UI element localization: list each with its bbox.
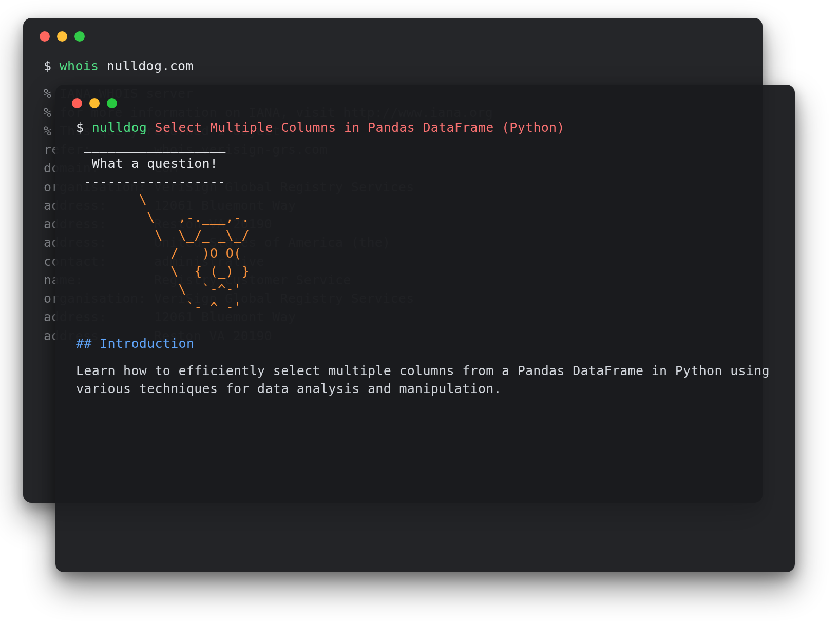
terminal-window-front: $ nulldog Select Multiple Columns in Pan… [55, 85, 795, 572]
minimize-icon[interactable] [89, 98, 100, 108]
minimize-icon[interactable] [57, 31, 67, 42]
speech-bubble-top: __________________ [76, 136, 774, 154]
close-icon[interactable] [40, 31, 50, 42]
prompt-symbol: $ [44, 58, 51, 73]
speech-bubble-bottom: ------------------ [76, 172, 774, 190]
command-name: nulldog [92, 120, 147, 135]
command-arg: Select Multiple Columns in Pandas DataFr… [155, 120, 565, 135]
close-icon[interactable] [72, 98, 82, 108]
traffic-lights-front [55, 85, 795, 108]
command-arg: nulldog.com [107, 58, 194, 73]
body-text: Learn how to efficiently select multiple… [76, 362, 774, 398]
cow-ascii-art: \ \ ,-.___,-. \ \_/_ _\_/ / )O O( \ { (_… [76, 190, 774, 316]
maximize-icon[interactable] [74, 31, 85, 42]
speech-bubble-text: What a question! [76, 154, 774, 172]
prompt-symbol: $ [76, 120, 84, 135]
command-name: whois [60, 58, 99, 73]
command-line-front: $ nulldog Select Multiple Columns in Pan… [76, 119, 774, 136]
command-line-back: $ whois nulldog.com [44, 57, 742, 75]
maximize-icon[interactable] [107, 98, 117, 108]
terminal-content-front: $ nulldog Select Multiple Columns in Pan… [55, 108, 795, 418]
traffic-lights-back [23, 18, 763, 42]
markdown-heading: ## Introduction [76, 335, 774, 353]
